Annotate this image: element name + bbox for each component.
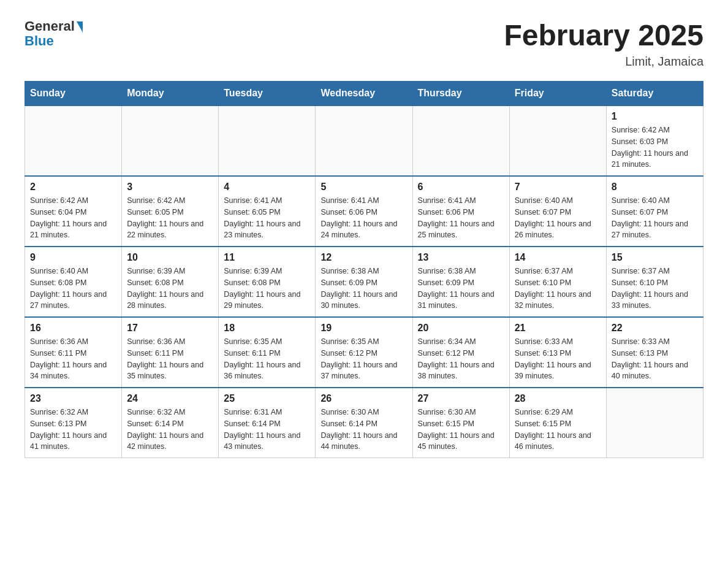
day-number: 13	[418, 252, 504, 263]
week-row-5: 23Sunrise: 6:32 AMSunset: 6:13 PMDayligh…	[25, 388, 703, 458]
calendar-cell: 9Sunrise: 6:40 AMSunset: 6:08 PMDaylight…	[25, 247, 122, 317]
day-info: Sunrise: 6:41 AMSunset: 6:06 PMDaylight:…	[418, 195, 504, 241]
day-info: Sunrise: 6:38 AMSunset: 6:09 PMDaylight:…	[418, 266, 504, 312]
day-info: Sunrise: 6:30 AMSunset: 6:14 PMDaylight:…	[320, 407, 407, 453]
calendar-cell: 21Sunrise: 6:33 AMSunset: 6:13 PMDayligh…	[509, 317, 606, 388]
weekday-header-wednesday: Wednesday	[316, 82, 412, 106]
day-info: Sunrise: 6:36 AMSunset: 6:11 PMDaylight:…	[30, 336, 116, 382]
weekday-header-sunday: Sunday	[25, 82, 122, 106]
week-row-2: 2Sunrise: 6:42 AMSunset: 6:04 PMDaylight…	[25, 176, 703, 247]
calendar-cell: 16Sunrise: 6:36 AMSunset: 6:11 PMDayligh…	[25, 317, 122, 388]
day-info: Sunrise: 6:35 AMSunset: 6:11 PMDaylight:…	[224, 336, 310, 382]
day-info: Sunrise: 6:41 AMSunset: 6:06 PMDaylight:…	[320, 195, 407, 241]
calendar-cell: 3Sunrise: 6:42 AMSunset: 6:05 PMDaylight…	[122, 176, 219, 247]
day-number: 24	[127, 393, 213, 404]
calendar-cell: 24Sunrise: 6:32 AMSunset: 6:14 PMDayligh…	[122, 388, 219, 458]
calendar-cell: 1Sunrise: 6:42 AMSunset: 6:03 PMDaylight…	[606, 105, 703, 176]
page-header: General Blue February 2025 Limit, Jamaic…	[25, 18, 703, 69]
calendar-cell: 19Sunrise: 6:35 AMSunset: 6:12 PMDayligh…	[316, 317, 412, 388]
day-info: Sunrise: 6:42 AMSunset: 6:04 PMDaylight:…	[30, 195, 116, 241]
day-number: 20	[418, 323, 504, 334]
day-number: 25	[224, 393, 310, 404]
calendar-cell: 17Sunrise: 6:36 AMSunset: 6:11 PMDayligh…	[122, 317, 219, 388]
day-info: Sunrise: 6:31 AMSunset: 6:14 PMDaylight:…	[224, 407, 310, 453]
calendar-cell	[509, 105, 606, 176]
calendar-cell: 27Sunrise: 6:30 AMSunset: 6:15 PMDayligh…	[412, 388, 509, 458]
calendar-cell: 28Sunrise: 6:29 AMSunset: 6:15 PMDayligh…	[509, 388, 606, 458]
calendar-cell: 4Sunrise: 6:41 AMSunset: 6:05 PMDaylight…	[219, 176, 316, 247]
day-number: 10	[127, 252, 213, 263]
calendar-cell	[25, 105, 122, 176]
calendar-cell	[606, 388, 703, 458]
day-info: Sunrise: 6:37 AMSunset: 6:10 PMDaylight:…	[612, 266, 698, 312]
week-row-4: 16Sunrise: 6:36 AMSunset: 6:11 PMDayligh…	[25, 317, 703, 388]
day-number: 9	[30, 252, 116, 263]
calendar-cell: 13Sunrise: 6:38 AMSunset: 6:09 PMDayligh…	[412, 247, 509, 317]
calendar-cell: 22Sunrise: 6:33 AMSunset: 6:13 PMDayligh…	[606, 317, 703, 388]
day-number: 21	[515, 323, 601, 334]
logo: General Blue	[25, 18, 83, 49]
day-number: 2	[30, 182, 116, 193]
day-info: Sunrise: 6:36 AMSunset: 6:11 PMDaylight:…	[127, 336, 213, 382]
calendar-cell: 7Sunrise: 6:40 AMSunset: 6:07 PMDaylight…	[509, 176, 606, 247]
day-info: Sunrise: 6:30 AMSunset: 6:15 PMDaylight:…	[418, 407, 504, 453]
logo-blue-text: Blue	[25, 33, 54, 49]
calendar-cell: 20Sunrise: 6:34 AMSunset: 6:12 PMDayligh…	[412, 317, 509, 388]
day-number: 16	[30, 323, 116, 334]
calendar-cell	[122, 105, 219, 176]
day-number: 4	[224, 182, 310, 193]
calendar-cell: 15Sunrise: 6:37 AMSunset: 6:10 PMDayligh…	[606, 247, 703, 317]
calendar-cell: 26Sunrise: 6:30 AMSunset: 6:14 PMDayligh…	[316, 388, 412, 458]
day-number: 27	[418, 393, 504, 404]
day-info: Sunrise: 6:40 AMSunset: 6:08 PMDaylight:…	[30, 266, 116, 312]
day-number: 18	[224, 323, 310, 334]
week-row-1: 1Sunrise: 6:42 AMSunset: 6:03 PMDaylight…	[25, 105, 703, 176]
title-section: February 2025 Limit, Jamaica	[504, 18, 703, 69]
day-info: Sunrise: 6:33 AMSunset: 6:13 PMDaylight:…	[612, 336, 698, 382]
weekday-header-row: SundayMondayTuesdayWednesdayThursdayFrid…	[25, 82, 703, 106]
day-number: 1	[612, 111, 698, 122]
calendar-cell: 25Sunrise: 6:31 AMSunset: 6:14 PMDayligh…	[219, 388, 316, 458]
day-number: 5	[320, 182, 407, 193]
day-info: Sunrise: 6:37 AMSunset: 6:10 PMDaylight:…	[515, 266, 601, 312]
logo-general-text: General	[25, 18, 75, 34]
day-info: Sunrise: 6:32 AMSunset: 6:14 PMDaylight:…	[127, 407, 213, 453]
day-number: 7	[515, 182, 601, 193]
calendar-cell: 18Sunrise: 6:35 AMSunset: 6:11 PMDayligh…	[219, 317, 316, 388]
day-number: 19	[320, 323, 407, 334]
calendar-cell	[316, 105, 412, 176]
calendar-cell: 23Sunrise: 6:32 AMSunset: 6:13 PMDayligh…	[25, 388, 122, 458]
day-info: Sunrise: 6:40 AMSunset: 6:07 PMDaylight:…	[515, 195, 601, 241]
day-number: 6	[418, 182, 504, 193]
calendar-cell	[219, 105, 316, 176]
day-number: 11	[224, 252, 310, 263]
day-info: Sunrise: 6:42 AMSunset: 6:05 PMDaylight:…	[127, 195, 213, 241]
day-number: 23	[30, 393, 116, 404]
day-info: Sunrise: 6:42 AMSunset: 6:03 PMDaylight:…	[612, 124, 698, 170]
weekday-header-tuesday: Tuesday	[219, 82, 316, 106]
day-info: Sunrise: 6:32 AMSunset: 6:13 PMDaylight:…	[30, 407, 116, 453]
day-info: Sunrise: 6:39 AMSunset: 6:08 PMDaylight:…	[127, 266, 213, 312]
calendar-cell: 11Sunrise: 6:39 AMSunset: 6:08 PMDayligh…	[219, 247, 316, 317]
day-info: Sunrise: 6:40 AMSunset: 6:07 PMDaylight:…	[612, 195, 698, 241]
calendar-table: SundayMondayTuesdayWednesdayThursdayFrid…	[25, 81, 703, 458]
calendar-cell: 10Sunrise: 6:39 AMSunset: 6:08 PMDayligh…	[122, 247, 219, 317]
calendar-cell	[412, 105, 509, 176]
day-number: 3	[127, 182, 213, 193]
day-number: 17	[127, 323, 213, 334]
day-number: 8	[612, 182, 698, 193]
week-row-3: 9Sunrise: 6:40 AMSunset: 6:08 PMDaylight…	[25, 247, 703, 317]
calendar-cell: 14Sunrise: 6:37 AMSunset: 6:10 PMDayligh…	[509, 247, 606, 317]
logo-triangle-icon	[77, 21, 83, 33]
calendar-cell: 12Sunrise: 6:38 AMSunset: 6:09 PMDayligh…	[316, 247, 412, 317]
day-number: 26	[320, 393, 407, 404]
day-info: Sunrise: 6:38 AMSunset: 6:09 PMDaylight:…	[320, 266, 407, 312]
day-number: 14	[515, 252, 601, 263]
calendar-title: February 2025	[504, 18, 703, 52]
calendar-cell: 5Sunrise: 6:41 AMSunset: 6:06 PMDaylight…	[316, 176, 412, 247]
weekday-header-thursday: Thursday	[412, 82, 509, 106]
day-info: Sunrise: 6:35 AMSunset: 6:12 PMDaylight:…	[320, 336, 407, 382]
calendar-cell: 2Sunrise: 6:42 AMSunset: 6:04 PMDaylight…	[25, 176, 122, 247]
weekday-header-saturday: Saturday	[606, 82, 703, 106]
calendar-subtitle: Limit, Jamaica	[504, 55, 703, 69]
